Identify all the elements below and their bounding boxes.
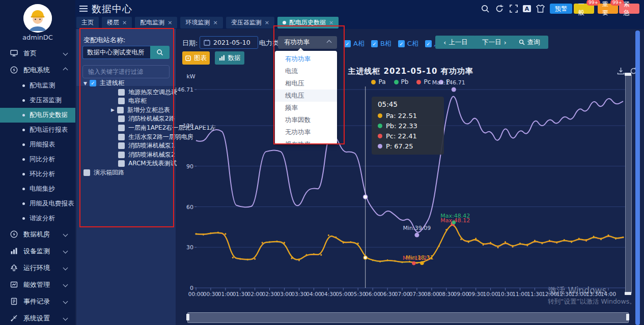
sidebar-item-7[interactable]: 事件记录 [0,293,75,310]
tree-row-消防喷淋机械泵1[interactable]: 消防喷淋机械泵1 [118,141,175,150]
datazoom-horizontal[interactable] [187,312,629,323]
checkbox-icon[interactable]: ✓ [371,40,378,47]
tree-row-新增分立柜总表[interactable]: ▶新增分立柜总表 [111,106,170,114]
fullscreen-icon[interactable] [509,4,518,13]
power-category-select[interactable]: 有功功率 [278,36,337,49]
tab-2[interactable]: 楼层× [102,17,132,28]
sidebar-item-1[interactable]: 首页 [0,45,75,62]
tree-checkbox[interactable] [118,152,125,158]
tab-5[interactable]: 变压器监测× [226,17,274,28]
sidebar-subitem-配电历史数据[interactable]: 配电历史数据 [0,108,75,123]
datazoom-handle-right[interactable] [626,314,629,320]
sidebar-subitem-谐波分析[interactable]: 谐波分析 [0,211,75,226]
sidebar-subitem-配电监测[interactable]: 配电监测 [0,78,75,93]
dropdown-option-线电压[interactable]: 线电压 [275,90,337,102]
query-button[interactable]: 查询 [510,36,548,49]
sidebar-subitem-环比分析[interactable]: 环比分析 [0,167,75,182]
date-picker[interactable]: 2021-05-10 [200,36,258,49]
download-icon[interactable] [617,67,625,75]
phase-checkbox-B相[interactable]: ✓B相 [371,39,391,48]
caret-down-icon[interactable]: ▼ [83,81,87,86]
tree-checkbox[interactable] [118,142,125,149]
checkbox-icon[interactable]: ✓ [398,40,405,47]
alarm-button-3[interactable]: 重要99+ [598,4,618,14]
vertical-scrollbar[interactable] [635,31,640,325]
sidebar-subitem-用能及电费报表[interactable]: 用能及电费报表 [0,196,75,211]
tab-close-icon[interactable]: × [122,19,127,26]
sidebar-item-4[interactable]: 设备监测 [0,243,75,259]
datazoom-vertical[interactable] [625,74,632,293]
dropdown-option-频率[interactable]: 频率 [275,102,337,114]
alarm-button-1[interactable]: 预警 [550,4,572,14]
tab-close-icon[interactable]: × [329,19,333,26]
tree-row-ARCM无线表测试[interactable]: ARCM无线表测试 [118,159,177,168]
dropdown-option-视在功率[interactable]: 视在功率 [275,138,337,144]
tree-checkbox[interactable] [118,134,125,140]
tree-node-label[interactable]: 电容柜 [128,97,147,105]
phase-checkbox-A相[interactable]: ✓A相 [344,39,365,48]
next-day-button[interactable]: 下一日› [474,36,515,49]
tree-row-地源热泵空调总表[interactable]: 地源热泵空调总表 [118,88,177,97]
tree-checkbox[interactable] [118,160,125,167]
sidebar-subitem-用能报表[interactable]: 用能报表 [0,137,75,152]
tree-checkbox[interactable]: ✓ [90,80,96,86]
tab-close-icon[interactable]: × [265,19,269,26]
tab-3[interactable]: 配电监测× [135,17,177,28]
datazoom-handle-top[interactable] [625,73,631,76]
sidebar-subitem-同比分析[interactable]: 同比分析 [0,152,75,167]
tree-node-label[interactable]: 演示箱回路 [94,168,124,177]
tree-row-消防栓机械泵2路[interactable]: 消防栓机械泵2路 [118,114,175,123]
prev-day-button[interactable]: ‹上一日 [435,36,476,49]
tree-row-主进线柜[interactable]: ▼✓主进线柜 [83,79,124,87]
tree-node-label[interactable]: 新增分立柜总表 [127,106,170,114]
tree-checkbox[interactable] [118,89,125,96]
tree-checkbox[interactable] [83,169,90,176]
caret-right-icon[interactable]: ▶ [111,107,115,112]
dropdown-option-功率因数[interactable]: 功率因数 [275,114,337,126]
sidebar-subitem-配电运行报表[interactable]: 配电运行报表 [0,123,75,137]
sidebar-subitem-电能集抄[interactable]: 电能集抄 [0,182,75,196]
sidebar-subitem-变压器监测[interactable]: 变压器监测 [0,93,75,108]
dropdown-option-相电压[interactable]: 相电压 [275,77,337,90]
translate-icon[interactable]: A [522,4,531,13]
tree-node-label[interactable]: ARCM无线表测试 [128,159,177,168]
dropdown-option-有功功率[interactable]: 有功功率 [275,53,337,65]
datazoom-handle-bottom[interactable] [625,292,631,295]
dropdown-option-无功功率[interactable]: 无功功率 [275,126,337,138]
tree-node-label[interactable]: 消防喷淋机械泵1 [128,141,175,150]
tree-checkbox[interactable] [118,98,125,104]
tree-checkbox[interactable] [117,107,124,113]
sidebar-item-3[interactable]: 数据机房 [0,226,75,243]
sidebar-item-5[interactable]: 运行环境 [0,259,75,276]
sidebar-item-6[interactable]: 能效管理 [0,276,75,293]
tab-6[interactable]: 配电历史数据× [277,17,339,28]
tree-node-label[interactable]: 地源热泵空调总表 [128,88,177,97]
theme-skin-icon[interactable] [536,4,545,13]
refresh-icon[interactable] [495,4,504,13]
tree-checkbox[interactable] [118,125,125,131]
sidebar-item-2[interactable]: 配电系统 [0,62,75,78]
dropdown-option-电流[interactable]: 电流 [275,65,337,77]
data-view-toggle[interactable]: 数据 [215,51,244,65]
tree-row-电容柜[interactable]: 电容柜 [118,97,147,105]
tree-node-label[interactable]: 消防喷淋机械泵2 [128,151,175,159]
station-name-input[interactable]: 数据中心测试变电所 [82,46,150,59]
tree-node-label[interactable]: 消防栓机械泵2路 [128,114,175,123]
checkbox-icon[interactable]: ✓ [344,40,351,47]
tab-close-icon[interactable]: × [167,19,172,26]
alarm-button-2[interactable]: 一般99+ [574,4,594,14]
tree-row-消防喷淋机械泵2[interactable]: 消防喷淋机械泵2 [118,151,175,159]
tree-node-label[interactable]: 主进线柜 [100,79,124,87]
tree-row-演示箱回路[interactable]: 演示箱回路 [83,168,124,177]
menu-toggle-icon[interactable] [79,6,88,12]
alarm-button-4[interactable]: 紧急 [619,4,639,14]
station-search-button[interactable] [150,46,170,59]
tree-checkbox[interactable] [118,115,125,122]
phase-checkbox-C相[interactable]: ✓C相 [398,39,418,48]
search-icon[interactable] [481,4,490,13]
checkbox-icon[interactable]: ✓ [425,40,432,47]
tab-4[interactable]: 环境监测× [180,17,222,28]
chart-view-toggle[interactable]: 图表 [182,51,210,65]
tab-close-icon[interactable]: × [213,19,217,26]
sidebar-item-8[interactable]: 系统设置 [0,310,75,325]
